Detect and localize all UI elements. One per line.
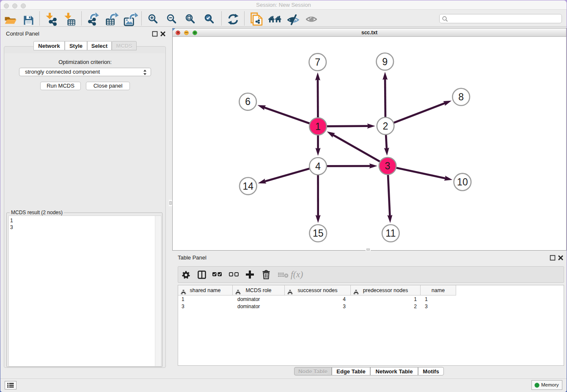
svg-text:15: 15 bbox=[313, 228, 324, 239]
svg-text:7: 7 bbox=[315, 57, 320, 68]
svg-text:1: 1 bbox=[315, 121, 321, 132]
svg-text:8: 8 bbox=[458, 91, 464, 102]
svg-text:3: 3 bbox=[385, 160, 391, 171]
svg-text:9: 9 bbox=[382, 56, 388, 67]
svg-text:4: 4 bbox=[315, 161, 321, 172]
svg-text:2: 2 bbox=[383, 121, 388, 132]
svg-text:14: 14 bbox=[243, 181, 254, 192]
svg-text:6: 6 bbox=[245, 96, 250, 107]
svg-text:11: 11 bbox=[385, 228, 396, 239]
svg-text:10: 10 bbox=[457, 177, 468, 188]
